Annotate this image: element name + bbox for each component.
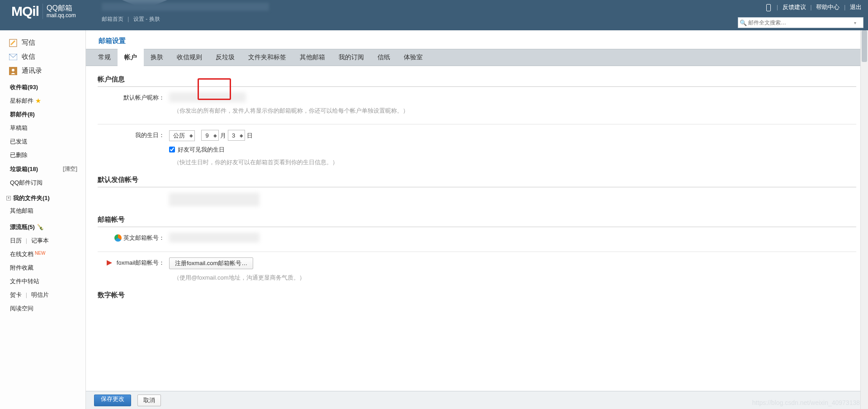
tab-general[interactable]: 常规 [91, 49, 118, 66]
tab-skin[interactable]: 换肤 [144, 49, 170, 66]
chevron-down-icon: ◆ [189, 133, 193, 138]
tab-folders[interactable]: 文件夹和标签 [241, 49, 293, 66]
birthday-visible-checkbox[interactable] [169, 147, 175, 152]
breadcrumb-home[interactable]: 邮箱首页 [102, 16, 123, 22]
sidebar-attach[interactable]: 附件收藏 [0, 261, 85, 275]
birthday-label: 我的生日： [98, 130, 169, 154]
settings-tabs: 常规 帐户 换肤 收信规则 反垃圾 文件夹和标签 其他邮箱 我的订阅 信纸 体验… [86, 49, 868, 66]
search-dropdown-icon[interactable]: ▾ [854, 20, 863, 25]
spam-clear-link[interactable]: [清空] [63, 164, 77, 173]
search-box[interactable]: 🔍 ▾ [738, 17, 863, 28]
sidebar-greet-postcard: 贺卡 | 明信片 [0, 288, 85, 302]
phone-icon[interactable] [766, 4, 771, 11]
foxmail-hint: （使用@foxmail.com地址，沟通更显商务气质。） [98, 269, 856, 282]
sidebar-deleted[interactable]: 已删除 [0, 148, 85, 162]
birthday-hint: （快过生日时，你的好友可以在邮箱首页看到你的生日信息。） [98, 154, 856, 166]
scrollbar-thumb[interactable] [862, 30, 867, 62]
nickname-hint: （你发出的所有邮件，发件人将显示你的邮箱昵称，你还可以给每个帐户单独设置昵称。） [98, 102, 856, 115]
tab-account[interactable]: 帐户 [118, 49, 144, 66]
chevron-down-icon: ◆ [240, 133, 243, 138]
bottom-action-bar: 保存更改 取消 https://blog.csdn.net/weixin_409… [86, 391, 868, 409]
cancel-button[interactable]: 取消 [137, 395, 161, 406]
sidebar-starred[interactable]: 星标邮件 ★ [0, 94, 85, 108]
sidebar-calendar[interactable]: 日历 [10, 237, 22, 244]
tencent-icon [114, 234, 122, 242]
sidebar-greet[interactable]: 贺卡 [10, 291, 22, 298]
obscured-nickname [169, 92, 246, 102]
section-digit: 数字帐号 [98, 282, 856, 302]
section-account-info: 帐户信息 [98, 66, 856, 87]
logout-link[interactable]: 退出 [850, 4, 862, 10]
breadcrumb-skin[interactable]: 换肤 [149, 16, 160, 22]
sidebar-postcard[interactable]: 明信片 [31, 291, 49, 298]
tab-othermail[interactable]: 其他邮箱 [293, 49, 332, 66]
sidebar-docs[interactable]: 在线文档NEW [0, 247, 85, 261]
contacts-icon [9, 67, 17, 75]
en-mail-label: 英文邮箱帐号： [98, 233, 169, 243]
tab-paper[interactable]: 信纸 [371, 49, 397, 66]
sidebar-sent[interactable]: 已发送 [0, 135, 85, 148]
bottle-icon: 🍾 [37, 224, 44, 230]
sidebar: 写信 收信 通讯录 收件箱(93) 星标邮件 ★ 群邮件(8) 草稿箱 已发送 … [0, 30, 86, 409]
foxmail-register-button[interactable]: 注册foxmail.com邮箱帐号… [169, 257, 253, 269]
contacts-button[interactable]: 通讯录 [0, 64, 85, 78]
breadcrumb: 邮箱首页 | 设置 - 换肤 [102, 15, 160, 23]
obscured-en-mail [169, 233, 259, 243]
expand-icon: + [6, 196, 11, 200]
birthday-month-select[interactable]: 9◆ [201, 130, 218, 141]
sidebar-subscribe[interactable]: QQ邮件订阅 [0, 176, 85, 190]
tab-antispam[interactable]: 反垃圾 [209, 49, 241, 66]
sidebar-myfolders[interactable]: + 我的文件夹(1) [0, 192, 85, 204]
logo[interactable]: MQil QQ邮箱 mail.qq.com [11, 4, 76, 19]
logo-main: MQil [11, 4, 39, 19]
birthday-day-select[interactable]: 3◆ [228, 130, 245, 141]
save-button[interactable]: 保存更改 [94, 395, 131, 406]
watermark: https://blog.csdn.net/weixin_40973138 [752, 399, 860, 406]
receive-button[interactable]: 收信 [0, 50, 85, 64]
top-links: | 反馈建议 | 帮助中心 | 退出 [766, 3, 862, 11]
obscured-default-sender [169, 193, 259, 206]
sidebar-transit[interactable]: 文件中转站 [0, 275, 85, 288]
sidebar-group[interactable]: 群邮件(8) [0, 108, 85, 121]
sidebar-inbox[interactable]: 收件箱(93) [0, 81, 85, 94]
search-input[interactable] [748, 19, 854, 26]
sidebar-drift[interactable]: 漂流瓶(5) 🍾 [0, 220, 85, 234]
obscured-user-info [102, 3, 269, 11]
foxmail-label: foxmail邮箱帐号： [98, 257, 169, 269]
nickname-label: 默认帐户昵称： [98, 92, 169, 102]
compose-button[interactable]: 写信 [0, 36, 85, 50]
search-icon: 🔍 [738, 19, 748, 26]
logo-sub: QQ邮箱 mail.qq.com [42, 4, 76, 19]
foxmail-icon [106, 259, 113, 266]
section-default-sender: 默认发信帐号 [98, 166, 856, 187]
scrollbar[interactable] [860, 30, 868, 409]
compose-icon [9, 39, 17, 47]
star-icon: ★ [35, 97, 41, 104]
tab-lab[interactable]: 体验室 [397, 49, 429, 66]
app-header: MQil QQ邮箱 mail.qq.com 邮箱首页 | 设置 - 换肤 | 反… [0, 0, 868, 30]
sidebar-other-mailbox[interactable]: 其他邮箱 [0, 204, 85, 218]
svg-point-3 [12, 69, 14, 71]
sidebar-drafts[interactable]: 草稿箱 [0, 121, 85, 135]
sidebar-calendar-notes: 日历 | 记事本 [0, 234, 85, 247]
sidebar-read[interactable]: 阅读空间 [0, 302, 85, 315]
page-title: 邮箱设置 [86, 30, 868, 49]
sidebar-notes[interactable]: 记事本 [31, 237, 49, 244]
help-link[interactable]: 帮助中心 [816, 4, 840, 10]
main-area: 邮箱设置 常规 帐户 换肤 收信规则 反垃圾 文件夹和标签 其他邮箱 我的订阅 … [86, 30, 868, 409]
sidebar-spam[interactable]: 垃圾箱(18)[清空] [0, 162, 85, 176]
receive-icon [9, 53, 17, 61]
section-mail-accounts: 邮箱帐号 [98, 206, 856, 227]
chevron-down-icon: ◆ [213, 133, 217, 138]
new-badge: NEW [35, 251, 45, 256]
feedback-link[interactable]: 反馈建议 [783, 4, 806, 10]
tab-subscribe[interactable]: 我的订阅 [332, 49, 371, 66]
tab-rules[interactable]: 收信规则 [170, 49, 209, 66]
breadcrumb-settings[interactable]: 设置 [133, 16, 144, 22]
calendar-type-select[interactable]: 公历◆ [169, 130, 195, 141]
